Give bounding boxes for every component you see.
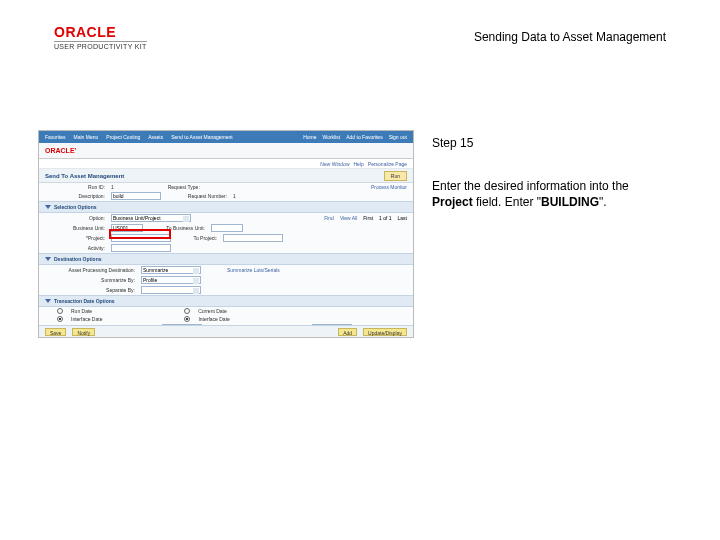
separate-by-row: Separate By: xyxy=(39,285,413,295)
section-selection-options[interactable]: Selection Options xyxy=(39,201,413,213)
project-label: *Project: xyxy=(45,235,105,241)
date-radios-row1: Run Date Current Date xyxy=(39,307,413,315)
breadcrumb: Favorites Main Menu Project Costing Asse… xyxy=(45,134,233,140)
dest-label: Asset Processing Destination: xyxy=(45,267,135,273)
option-label: Option: xyxy=(45,215,105,221)
add-button[interactable]: Add xyxy=(338,328,357,336)
notify-button[interactable]: Notify xyxy=(72,328,95,336)
summarize-by-label: Summarize By: xyxy=(45,277,135,283)
paging-last[interactable]: Last xyxy=(398,215,407,221)
app-subnav: New Window Help Personalize Page xyxy=(39,159,413,169)
to-bu-input[interactable] xyxy=(211,224,243,232)
radio-current-date[interactable] xyxy=(184,308,190,314)
request-type-label: Request Type: xyxy=(120,184,200,190)
oracle-logo: ORACLE xyxy=(54,24,147,40)
crumb-favorites[interactable]: Favorites xyxy=(45,134,66,140)
activity-row: Activity: xyxy=(39,243,413,253)
instruction-suffix: ". xyxy=(599,195,607,209)
link-help[interactable]: Help xyxy=(354,161,364,167)
section-selection-label: Selection Options xyxy=(54,204,97,210)
topbar-actions: Home Worklist Add to Favorites Sign out xyxy=(303,134,407,140)
instruction-field-name: Project xyxy=(432,195,473,209)
app-page-title: Send To Asset Management xyxy=(45,173,124,179)
radio-run-date-label: Run Date xyxy=(71,308,92,314)
radio-interface-date-1-label: Interface Date xyxy=(71,316,102,322)
step-label: Step 15 xyxy=(432,136,473,150)
bu-label: Business Unit: xyxy=(45,225,105,231)
logo-area: ORACLE USER PRODUCTIVITY KIT xyxy=(54,24,147,50)
description-label: Description: xyxy=(45,193,105,199)
run-id-value: 1 xyxy=(111,184,114,190)
option-select[interactable]: Business Unit/Project xyxy=(111,214,191,222)
description-input[interactable]: build xyxy=(111,192,161,200)
to-project-input[interactable] xyxy=(223,234,283,242)
section-date-label: Transaction Date Options xyxy=(54,298,115,304)
summarize-lots-link[interactable]: Summarize Lots/Serials xyxy=(227,267,280,273)
app-bottom-bar: Save Notify Add Update/Display xyxy=(39,325,413,337)
run-button[interactable]: Run xyxy=(384,171,407,181)
link-worklist[interactable]: Worklist xyxy=(323,134,341,140)
link-add-fav[interactable]: Add to Favorites xyxy=(346,134,382,140)
crumb-project-costing[interactable]: Project Costing xyxy=(106,134,140,140)
document-title: Sending Data to Asset Management xyxy=(474,30,666,44)
app-topbar: Favorites Main Menu Project Costing Asse… xyxy=(39,131,413,143)
run-id-row: Run ID: 1 Request Type: Process Monitor xyxy=(39,183,413,191)
activity-input[interactable] xyxy=(111,244,171,252)
link-signout[interactable]: Sign out xyxy=(389,134,407,140)
crumb-main-menu[interactable]: Main Menu xyxy=(74,134,99,140)
run-id-label: Run ID: xyxy=(45,184,105,190)
chevron-down-icon xyxy=(45,257,51,261)
link-new-window[interactable]: New Window xyxy=(320,161,349,167)
radio-run-date[interactable] xyxy=(57,308,63,314)
dest-row: Asset Processing Destination: Summarize … xyxy=(39,265,413,275)
to-project-label: To Project: xyxy=(177,235,217,241)
section-date-options[interactable]: Transaction Date Options xyxy=(39,295,413,307)
crumb-send-to-am[interactable]: Send to Asset Management xyxy=(171,134,232,140)
description-row: Description: build Request Number: 1 xyxy=(39,191,413,201)
crumb-assets[interactable]: Assets xyxy=(148,134,163,140)
dest-select[interactable]: Summarize xyxy=(141,266,201,274)
step-instruction: Enter the desired information into the P… xyxy=(432,178,668,210)
summarize-by-row: Summarize By: Profile xyxy=(39,275,413,285)
view-all-link[interactable]: View All xyxy=(340,215,357,221)
link-home[interactable]: Home xyxy=(303,134,316,140)
business-unit-row: Business Unit: US001 To Business Unit: xyxy=(39,223,413,233)
date-radios-row2: Interface Date Interface Date xyxy=(39,315,413,323)
update-display-button[interactable]: Update/Display xyxy=(363,328,407,336)
radio-current-date-label: Current Date xyxy=(198,308,227,314)
radio-interface-date-2-label: Interface Date xyxy=(198,316,229,322)
chevron-down-icon xyxy=(45,205,51,209)
separate-by-label: Separate By: xyxy=(45,287,135,293)
paging-indicator: 1 of 1 xyxy=(379,215,392,221)
app-oracle-logo: ORACLE' xyxy=(45,147,76,154)
app-page-titlebar: Send To Asset Management Run xyxy=(39,169,413,183)
radio-interface-date-2[interactable] xyxy=(184,316,190,322)
separate-by-select[interactable] xyxy=(141,286,201,294)
find-link[interactable]: Find xyxy=(324,215,334,221)
process-monitor-link[interactable]: Process Monitor xyxy=(371,184,407,190)
request-number-label: Request Number: xyxy=(167,193,227,199)
app-screenshot: Favorites Main Menu Project Costing Asse… xyxy=(38,130,414,338)
request-number-value: 1 xyxy=(233,193,236,199)
option-row: Option: Business Unit/Project Find View … xyxy=(39,213,413,223)
instruction-prefix: Enter the desired information into the xyxy=(432,179,629,193)
oracle-logo-subtitle: USER PRODUCTIVITY KIT xyxy=(54,41,147,50)
radio-interface-date-1[interactable] xyxy=(57,316,63,322)
activity-label: Activity: xyxy=(45,245,105,251)
highlight-project-field xyxy=(109,229,171,239)
instruction-value: BUILDING xyxy=(541,195,599,209)
paging-first[interactable]: First xyxy=(363,215,373,221)
project-row: *Project: To Project: xyxy=(39,233,413,243)
save-button[interactable]: Save xyxy=(45,328,66,336)
link-personalize[interactable]: Personalize Page xyxy=(368,161,407,167)
section-destination-options[interactable]: Destination Options xyxy=(39,253,413,265)
instruction-mid: field. Enter " xyxy=(473,195,541,209)
summarize-by-select[interactable]: Profile xyxy=(141,276,201,284)
section-destination-label: Destination Options xyxy=(54,256,102,262)
app-logobar: ORACLE' xyxy=(39,143,413,159)
chevron-down-icon xyxy=(45,299,51,303)
